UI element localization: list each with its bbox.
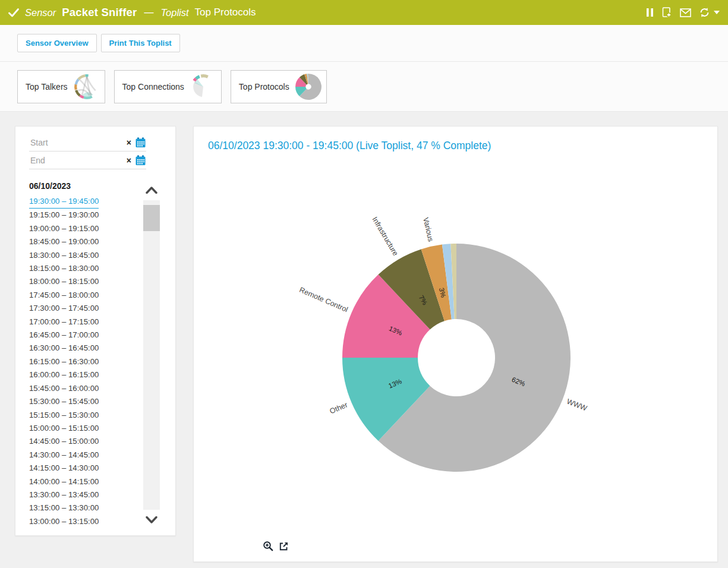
donut-chart: 62%WWW13%Other13%Remote Control7%Infrast… (262, 159, 651, 539)
start-date-input[interactable] (29, 137, 123, 148)
check-icon (8, 8, 19, 17)
time-range-item[interactable]: 18:30:00 – 18:45:00 (29, 249, 99, 262)
top-protocols-thumbnail (295, 73, 322, 100)
refresh-icon[interactable] (699, 7, 710, 18)
pie-slice-label: WWW (566, 397, 588, 412)
time-range-item[interactable]: 17:00:00 – 17:15:00 (29, 315, 99, 329)
time-range-item[interactable]: 13:30:00 – 13:45:00 (29, 488, 99, 501)
tab-label: Top Protocols (239, 82, 289, 91)
toplist-interval-title: 06/10/2023 19:30:00 - 19:45:00 (Live Top… (208, 140, 717, 152)
time-range-item[interactable]: 16:45:00 – 17:00:00 (29, 329, 99, 342)
time-range-item[interactable]: 19:15:00 – 19:30:00 (29, 209, 99, 222)
report-add-icon[interactable] (661, 7, 672, 18)
clear-start-icon[interactable]: × (127, 138, 131, 147)
time-range-item[interactable]: 17:45:00 – 18:00:00 (29, 289, 99, 302)
print-toplist-button[interactable]: Print This Toplist (101, 34, 180, 52)
pie-slice-label: Various (421, 217, 435, 243)
top-connections-thumbnail (190, 73, 217, 100)
thumb-arc (85, 74, 89, 77)
thumb-arc (77, 74, 85, 80)
time-range-panel: × × (15, 126, 176, 536)
time-range-item[interactable]: 14:15:00 – 14:30:00 (29, 462, 99, 475)
time-range-item[interactable]: 18:00:00 – 18:15:00 (29, 275, 99, 288)
subheader: Sensor Overview Print This Toplist Top T… (0, 25, 728, 112)
chart-actions (263, 541, 717, 551)
tab-top-talkers[interactable]: Top Talkers (17, 70, 105, 103)
time-range-item[interactable]: 16:30:00 – 16:45:00 (29, 342, 99, 355)
pie-slice-label: Remote Control (298, 286, 349, 314)
scroll-up-button[interactable] (143, 181, 160, 199)
titlebar-actions (646, 7, 720, 18)
time-range-item[interactable]: 16:15:00 – 16:30:00 (29, 355, 99, 368)
titlebar: Sensor Packet Sniffer — Toplist Top Prot… (0, 0, 728, 25)
open-external-icon[interactable] (279, 541, 289, 551)
clear-end-icon[interactable]: × (127, 156, 131, 165)
zoom-in-icon[interactable] (263, 541, 273, 551)
calendar-icon[interactable] (135, 155, 146, 166)
pie-slice-label: Other (329, 400, 349, 415)
end-date-row: × (29, 152, 146, 169)
pause-icon[interactable] (646, 8, 654, 17)
time-range-item[interactable]: 13:15:00 – 13:30:00 (29, 501, 99, 515)
toplist-tabs: Top Talkers Top Connections Top Protocol… (0, 62, 728, 111)
time-range-item[interactable]: 14:30:00 – 14:45:00 (29, 449, 99, 462)
time-range-item[interactable]: 14:45:00 – 15:00:00 (29, 435, 99, 448)
chevron-down-icon[interactable] (714, 11, 720, 14)
start-date-row: × (29, 134, 146, 152)
time-range-item[interactable]: 17:30:00 – 17:45:00 (29, 302, 99, 315)
time-range-item[interactable]: 15:15:00 – 15:30:00 (29, 409, 99, 422)
scrollbar-track[interactable] (143, 200, 160, 510)
object-type-label: Sensor (25, 7, 56, 18)
time-range-item[interactable]: 13:00:00 – 13:15:00 (29, 515, 99, 528)
title-separator: — (144, 7, 153, 18)
tab-top-protocols[interactable]: Top Protocols (231, 70, 327, 103)
thumb-arc (75, 90, 81, 96)
time-range-item[interactable]: 15:30:00 – 15:45:00 (29, 395, 99, 408)
time-range-item[interactable]: 15:45:00 – 16:00:00 (29, 382, 99, 395)
time-range-item[interactable]: 19:00:00 – 19:15:00 (29, 222, 99, 235)
sensor-name: Packet Sniffer (62, 6, 137, 19)
time-range-item[interactable]: 14:00:00 – 14:15:00 (29, 475, 99, 488)
scrollbar-thumb[interactable] (143, 205, 160, 231)
sensor-overview-button[interactable]: Sensor Overview (17, 34, 97, 52)
list-scrollbar (143, 181, 160, 529)
toolbar: Sensor Overview Print This Toplist (0, 25, 728, 61)
time-range-item[interactable]: 18:45:00 – 19:00:00 (29, 235, 99, 248)
thumb-arc (74, 84, 77, 90)
thumb-arc (201, 74, 209, 78)
tab-label: Top Talkers (26, 82, 68, 91)
tab-top-connections[interactable]: Top Connections (114, 70, 222, 103)
view-type-label: Toplist (160, 7, 188, 18)
toplist-chart-panel: 06/10/2023 19:30:00 - 19:45:00 (Live Top… (193, 126, 718, 562)
top-talkers-thumbnail (73, 73, 100, 100)
time-range-item[interactable]: 15:00:00 – 15:15:00 (29, 422, 99, 435)
time-range-item[interactable]: 19:30:00 – 19:45:00 (29, 195, 99, 209)
scroll-down-button[interactable] (143, 511, 160, 529)
time-range-item[interactable]: 16:00:00 – 16:15:00 (29, 368, 99, 381)
calendar-icon[interactable] (135, 137, 146, 148)
time-range-item[interactable]: 18:15:00 – 18:30:00 (29, 262, 99, 275)
pie-slice-label: Infrastructure (370, 216, 400, 258)
page-title: Top Protocols (195, 7, 256, 18)
main-area: × × (0, 112, 728, 568)
tab-label: Top Connections (122, 82, 184, 91)
end-date-input[interactable] (29, 155, 123, 166)
email-icon[interactable] (680, 8, 691, 17)
